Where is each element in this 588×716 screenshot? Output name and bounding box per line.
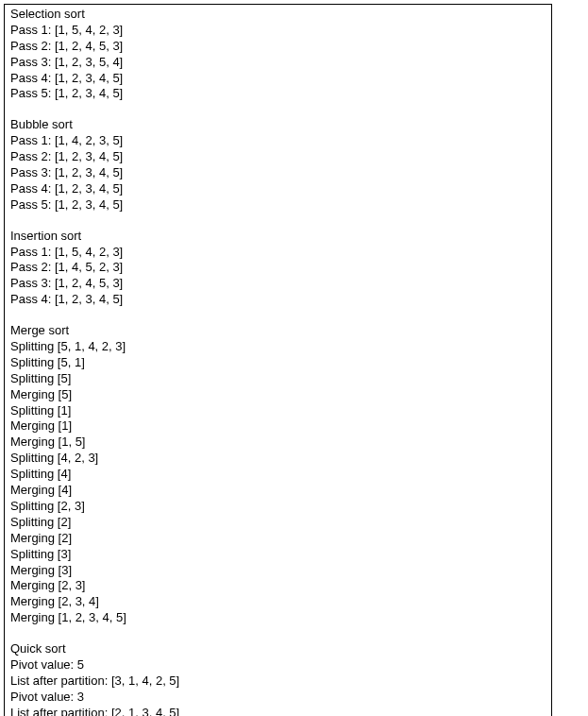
output-line: Merging [5]	[10, 387, 546, 403]
section-title: Insertion sort	[10, 229, 546, 245]
output-line: Pass 1: [1, 5, 4, 2, 3]	[10, 23, 546, 39]
output-line: Merging [1, 5]	[10, 435, 546, 451]
output-line: List after partition: [3, 1, 4, 2, 5]	[10, 673, 546, 690]
output-line: Merging [1]	[10, 418, 546, 435]
output-line: Splitting [3]	[10, 547, 546, 563]
bubble-sort-block: Bubble sort Pass 1: [1, 4, 2, 3, 5] Pass…	[10, 117, 546, 213]
output-line: Pass 1: [1, 5, 4, 2, 3]	[10, 245, 546, 261]
output-line: Splitting [4, 2, 3]	[10, 451, 546, 467]
output-line: Pass 2: [1, 2, 4, 5, 3]	[10, 39, 546, 55]
output-line: Pass 3: [1, 2, 3, 4, 5]	[10, 165, 546, 181]
section-title: Selection sort	[10, 7, 546, 23]
output-line: Pass 3: [1, 2, 4, 5, 3]	[10, 276, 546, 292]
output-line: List after partition: [2, 1, 3, 4, 5]	[10, 706, 546, 716]
selection-sort-block: Selection sort Pass 1: [1, 5, 4, 2, 3] P…	[10, 7, 546, 102]
output-line: Merging [3]	[10, 563, 546, 579]
section-title: Quick sort	[10, 641, 546, 657]
output-line: Pass 2: [1, 4, 5, 2, 3]	[10, 260, 546, 276]
section-title: Bubble sort	[10, 117, 546, 133]
output-line: Pass 2: [1, 2, 3, 4, 5]	[10, 149, 546, 165]
output-line: Pass 4: [1, 2, 3, 4, 5]	[10, 181, 546, 197]
output-line: Merging [2]	[10, 531, 546, 547]
output-line: Splitting [5, 1, 4, 2, 3]	[10, 339, 546, 355]
output-line: Merging [1, 2, 3, 4, 5]	[10, 610, 546, 626]
output-line: Pass 3: [1, 2, 3, 5, 4]	[10, 55, 546, 71]
output-line: Splitting [2, 3]	[10, 499, 546, 515]
output-line: Merging [2, 3, 4]	[10, 594, 546, 610]
merge-sort-block: Merge sort Splitting [5, 1, 4, 2, 3] Spl…	[10, 323, 546, 626]
output-line: Pass 1: [1, 4, 2, 3, 5]	[10, 133, 546, 149]
output-line: Pass 4: [1, 2, 3, 4, 5]	[10, 292, 546, 308]
section-title: Merge sort	[10, 323, 546, 339]
output-line: Pass 4: [1, 2, 3, 4, 5]	[10, 71, 546, 87]
output-line: Splitting [4]	[10, 467, 546, 483]
output-line: Pass 5: [1, 2, 3, 4, 5]	[10, 197, 546, 213]
output-line: Splitting [2]	[10, 515, 546, 531]
output-line: Merging [4]	[10, 483, 546, 499]
output-line: Splitting [5]	[10, 371, 546, 387]
output-line: Splitting [5, 1]	[10, 355, 546, 371]
output-line: Splitting [1]	[10, 403, 546, 419]
output-line: Pivot value: 5	[10, 657, 546, 673]
output-line: Merging [2, 3]	[10, 578, 546, 594]
output-line: Pass 5: [1, 2, 3, 4, 5]	[10, 86, 546, 102]
insertion-sort-block: Insertion sort Pass 1: [1, 5, 4, 2, 3] P…	[10, 229, 546, 308]
output-container: Selection sort Pass 1: [1, 5, 4, 2, 3] P…	[4, 4, 552, 716]
quick-sort-block: Quick sort Pivot value: 5 List after par…	[10, 641, 546, 716]
output-line: Pivot value: 3	[10, 690, 546, 706]
